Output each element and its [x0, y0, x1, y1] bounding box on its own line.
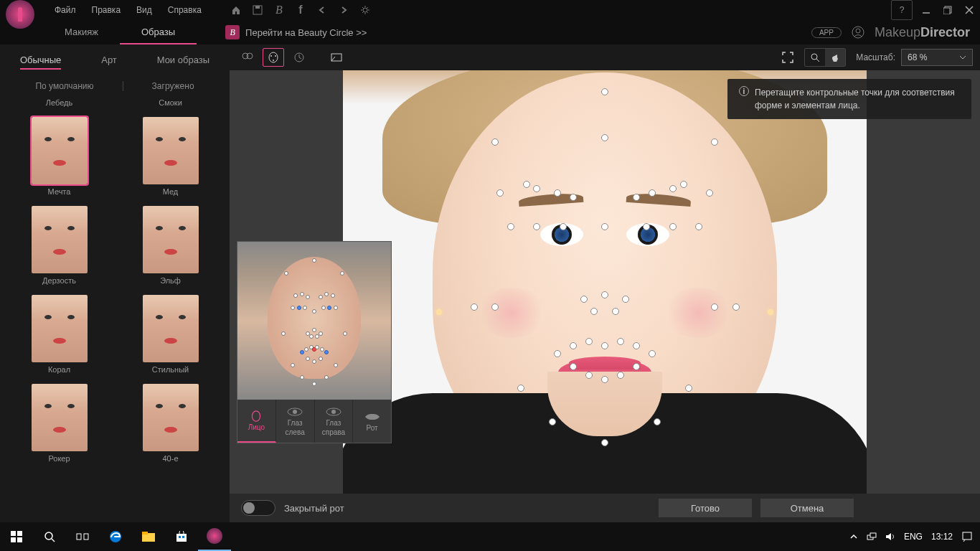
menu-edit[interactable]: Правка [92, 5, 121, 15]
look-item[interactable]: Рокер [32, 384, 88, 463]
control-point[interactable] [669, 185, 677, 192]
mini-image[interactable] [237, 242, 391, 400]
history-tool-icon[interactable] [288, 48, 310, 67]
control-point[interactable] [471, 303, 478, 311]
app-taskbar-icon[interactable] [198, 522, 231, 551]
edge-icon[interactable] [99, 522, 132, 551]
control-point[interactable] [533, 223, 540, 230]
control-point[interactable] [622, 296, 629, 303]
menu-file[interactable]: Файл [55, 5, 76, 15]
look-item[interactable]: Корал [32, 295, 88, 374]
network-icon[interactable] [867, 532, 877, 542]
control-point[interactable] [496, 189, 504, 197]
filter-default[interactable]: По умолчанию [35, 81, 93, 91]
control-point[interactable] [585, 372, 593, 379]
help-button[interactable]: ? [891, 0, 913, 20]
close-button[interactable] [958, 0, 980, 20]
search-icon[interactable] [33, 522, 66, 551]
control-point[interactable] [560, 223, 567, 230]
account-icon[interactable] [852, 26, 864, 39]
control-point[interactable] [685, 385, 692, 392]
minitab-eye-right[interactable]: Глазсправа [315, 400, 354, 443]
store-icon[interactable] [165, 522, 198, 551]
control-point[interactable] [633, 194, 640, 201]
look-item[interactable]: Эльф [143, 206, 199, 285]
control-point[interactable] [601, 88, 608, 95]
control-point[interactable] [711, 303, 718, 311]
look-item[interactable]: Мечта [32, 117, 88, 196]
minimize-button[interactable] [915, 0, 937, 20]
notifications-icon[interactable] [961, 531, 973, 542]
control-point[interactable] [695, 223, 702, 230]
control-point[interactable] [649, 189, 656, 197]
look-item[interactable]: Стильный [143, 295, 199, 374]
control-point[interactable] [732, 303, 740, 311]
maximize-button[interactable] [937, 0, 958, 20]
home-icon[interactable] [230, 4, 242, 16]
control-point[interactable] [601, 342, 608, 349]
sidetab-art[interactable]: Арт [101, 52, 117, 70]
control-point[interactable] [491, 303, 499, 311]
pan-icon[interactable] [825, 49, 845, 66]
undo-icon[interactable] [316, 4, 328, 16]
look-item[interactable]: Дерзость [32, 206, 88, 285]
app-badge[interactable]: APP [811, 27, 842, 38]
minitab-mouth[interactable]: Рот [353, 400, 391, 443]
menu-view[interactable]: Вид [136, 5, 152, 15]
control-point[interactable] [580, 296, 588, 303]
minitab-eye-left[interactable]: Глазслева [276, 400, 315, 443]
sidetab-regular[interactable]: Обычные [20, 52, 61, 70]
closed-mouth-toggle[interactable] [241, 500, 275, 516]
cancel-button[interactable]: Отмена [760, 499, 854, 517]
compare-tool-icon[interactable] [326, 48, 347, 67]
control-point[interactable] [601, 134, 608, 141]
control-point[interactable] [706, 189, 713, 197]
look-item[interactable]: Мед [143, 117, 199, 196]
control-point[interactable] [570, 342, 577, 349]
control-point[interactable] [601, 291, 608, 298]
task-view-icon[interactable] [66, 522, 99, 551]
tab-looks[interactable]: Образы [120, 21, 197, 44]
control-point[interactable] [669, 223, 677, 230]
control-point[interactable] [601, 376, 608, 383]
control-point[interactable] [554, 189, 561, 197]
explorer-icon[interactable] [132, 522, 165, 551]
look-item[interactable]: Смоки [159, 98, 182, 107]
control-point[interactable] [570, 194, 577, 201]
beauty-icon[interactable]: B [273, 4, 285, 16]
control-point[interactable] [570, 363, 577, 370]
control-point[interactable] [533, 185, 540, 192]
look-item[interactable]: 40-е [143, 384, 199, 463]
look-item[interactable]: Лебедь [46, 98, 72, 107]
control-point[interactable] [654, 418, 661, 425]
faces-tool-icon[interactable] [237, 48, 258, 67]
fullscreen-icon[interactable] [777, 48, 798, 67]
control-point[interactable] [590, 308, 598, 315]
save-icon[interactable] [252, 4, 263, 16]
control-point[interactable] [554, 350, 561, 357]
control-point[interactable] [612, 308, 619, 315]
zoom-icon[interactable] [805, 49, 825, 66]
control-point[interactable] [549, 418, 556, 425]
control-point[interactable] [711, 138, 718, 146]
control-point[interactable] [643, 223, 650, 230]
control-point[interactable] [491, 138, 499, 146]
clock[interactable]: 13:12 [931, 532, 953, 542]
tab-makeup[interactable]: Макияж [43, 21, 120, 44]
control-point[interactable] [507, 223, 514, 230]
control-point[interactable] [617, 372, 624, 379]
control-point[interactable] [633, 342, 640, 349]
redo-icon[interactable] [338, 4, 349, 16]
face-points-tool-icon[interactable] [263, 48, 284, 67]
control-point[interactable] [585, 338, 593, 345]
filter-downloaded[interactable]: Загружено [152, 81, 194, 91]
canvas[interactable]: i Перетащите контрольные точки для соотв… [230, 70, 980, 494]
tray-chevron-icon[interactable] [849, 532, 858, 541]
done-button[interactable]: Готово [659, 499, 752, 517]
volume-icon[interactable] [885, 532, 895, 542]
control-point[interactable] [601, 223, 608, 230]
minitab-face[interactable]: Лицо [237, 400, 276, 443]
control-point[interactable] [517, 385, 524, 392]
start-button[interactable] [0, 522, 33, 551]
control-point[interactable] [523, 181, 530, 188]
